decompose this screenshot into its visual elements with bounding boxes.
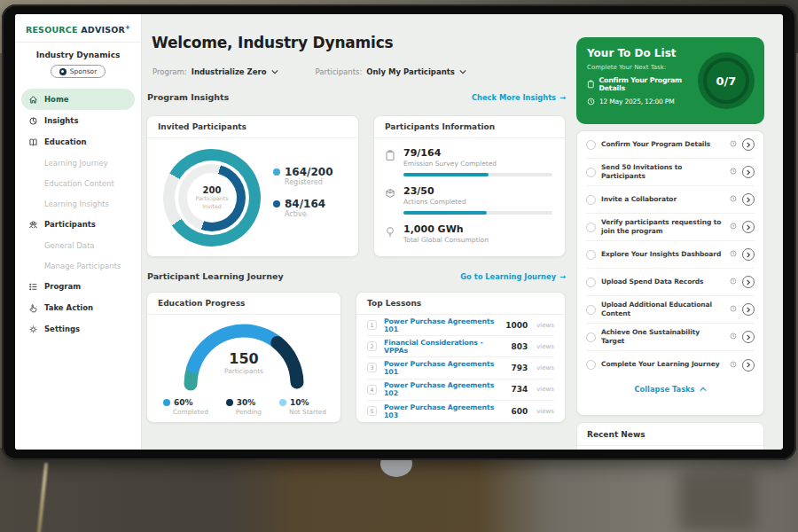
chevron-right-icon[interactable] (742, 331, 755, 343)
clock-icon (730, 195, 737, 202)
chevron-up-icon (700, 387, 707, 392)
chevron-right-icon[interactable] (742, 193, 755, 206)
home-icon (28, 95, 38, 105)
sidebar-item-take-action[interactable]: Take Action (21, 297, 135, 318)
clock-icon (730, 223, 737, 230)
actions-icon (385, 188, 395, 199)
sidebar-item-home[interactable]: Home (21, 89, 135, 110)
sidebar-item-manage-participants[interactable]: Manage Participants (21, 255, 135, 276)
arrow-right-icon: → (559, 93, 566, 102)
stat-consumption: 1,000 GWh Total Global Consumption (374, 215, 565, 244)
settings-icon (28, 325, 38, 334)
legend-completed: 60% Completed (163, 398, 208, 416)
due-date-row: 12 May 2025, 12:00 PM (587, 98, 704, 106)
sidebar-item-participants[interactable]: Participants (21, 214, 135, 235)
right-column: Your To Do List Complete Your Next Task:… (576, 14, 764, 450)
main-content: Welcome, Industry Dynamics Program: Indu… (146, 14, 566, 450)
chevron-right-icon[interactable] (742, 276, 755, 288)
check-more-insights-link[interactable]: Check More Insights → (472, 93, 566, 102)
clock-icon (587, 98, 595, 106)
chevron-right-icon[interactable] (742, 248, 755, 261)
task-checkbox[interactable] (586, 305, 596, 315)
chevron-right-icon[interactable] (742, 138, 755, 151)
survey-icon (385, 150, 395, 161)
section-title: Participant Learning Journey (147, 271, 284, 281)
task-row[interactable]: Confirm Your Program Details (586, 131, 755, 159)
insights-icon (28, 116, 38, 126)
collapse-tasks-link[interactable]: Collapse Tasks (586, 379, 755, 400)
lesson-link[interactable]: Power Purchase Agreements 103 (384, 403, 504, 419)
program-icon (28, 282, 38, 292)
donut-legend: 164/200 Registered 84/164 Active (273, 166, 332, 230)
lesson-link[interactable]: Power Purchase Agreements 101 (384, 317, 498, 333)
sidebar-item-education[interactable]: Education (21, 131, 135, 153)
todo-task-list: Confirm Your Program Details Send 50 Inv… (576, 130, 764, 416)
clock-icon (730, 361, 737, 368)
chevron-right-icon[interactable] (742, 303, 755, 316)
backdrop-shadow (678, 470, 758, 532)
clock-icon (730, 140, 737, 147)
invited-participants-card: Invited Participants 200 Participants In… (146, 115, 359, 257)
org-name: Industry Dynamics (15, 51, 141, 59)
chevron-down-icon (459, 69, 466, 74)
participants-icon (28, 220, 38, 230)
sidebar-item-education-content[interactable]: Education Content (21, 173, 135, 193)
task-row[interactable]: Upload Additional Educational Content (586, 296, 755, 324)
lesson-link[interactable]: Power Purchase Agreements 102 (384, 381, 504, 397)
clock-icon (730, 168, 737, 175)
lesson-link[interactable]: Power Purchase Agreements 101 (384, 360, 504, 376)
todo-summary-panel: Your To Do List Complete Your Next Task:… (576, 37, 764, 124)
take-action-icon (28, 303, 38, 313)
clipboard-icon (587, 80, 595, 89)
task-checkbox[interactable] (586, 195, 596, 205)
dashboard-screen: RESOURCE ADVISOR+ Industry Dynamics Spon… (15, 14, 783, 450)
task-checkbox[interactable] (586, 250, 596, 260)
clock-icon (730, 250, 737, 257)
active-dot-icon (273, 200, 280, 207)
participants-filter[interactable]: Participants: Only My Participants (316, 67, 466, 76)
program-insights-header: Program Insights Check More Insights → (147, 92, 566, 102)
task-checkbox[interactable] (586, 332, 596, 342)
stat-emission-survey: 79/164 Emission Survey Completed (374, 138, 565, 168)
task-row[interactable]: Explore Your Insights Dashboard (586, 241, 755, 269)
task-row[interactable]: Achieve One Sustainability Target (586, 324, 755, 351)
lesson-row: 1 Power Purchase Agreements 101 1000 vie… (367, 315, 554, 336)
sidebar-item-insights[interactable]: Insights (21, 110, 135, 131)
filters-row: Program: Industrialize Zero Participants… (153, 67, 466, 76)
go-to-learning-journey-link[interactable]: Go to Learning Journey → (460, 272, 566, 281)
education-gauge-chart: 150 Participants (177, 320, 310, 391)
education-progress-card: Education Progress 150 Participants 60% … (146, 292, 341, 423)
sidebar-item-learning-journey[interactable]: Learning Journey (21, 153, 135, 173)
chevron-right-icon[interactable] (742, 166, 755, 178)
task-checkbox[interactable] (586, 168, 596, 177)
sidebar-item-general-data[interactable]: General Data (21, 235, 135, 255)
chevron-right-icon[interactable] (742, 359, 755, 372)
next-task-row: Confirm Your Program Details (587, 76, 704, 92)
task-checkbox[interactable] (586, 223, 596, 232)
task-checkbox[interactable] (586, 278, 596, 287)
sidebar-item-settings[interactable]: Settings (21, 318, 135, 340)
section-title: Program Insights (147, 92, 229, 102)
lesson-row: 2 Financial Considerations - VPPAs 803 v… (367, 336, 554, 357)
task-row[interactable]: Send 50 Invitations to Participants (586, 159, 755, 186)
recent-news-card: Recent News (576, 422, 764, 450)
chevron-right-icon[interactable] (742, 221, 755, 233)
stat-actions: 23/50 Actions Completed (374, 176, 565, 206)
lesson-link[interactable]: Financial Considerations - VPPAs (384, 339, 504, 355)
gauge-legend: 60% Completed 30% Pending 10% Not Starte… (147, 391, 340, 416)
task-checkbox[interactable] (586, 140, 596, 150)
task-checkbox[interactable] (586, 360, 596, 370)
education-icon (28, 137, 38, 147)
task-row[interactable]: Invite a Collaborator (586, 186, 755, 214)
completed-dot-icon (163, 399, 170, 406)
sidebar-item-learning-insights[interactable]: Learning Insights (21, 193, 135, 214)
program-filter[interactable]: Program: Industrialize Zero (153, 67, 278, 76)
lesson-row: 5 Power Purchase Agreements 103 600 view… (367, 401, 554, 422)
task-row[interactable]: Complete Your Learning Journey (586, 351, 755, 379)
pending-dot-icon (226, 399, 233, 406)
sponsor-badge[interactable]: Sponsor (51, 65, 106, 78)
resource-advisor-logo: RESOURCE ADVISOR+ (15, 14, 141, 43)
task-row[interactable]: Verify participants requesting to join t… (586, 214, 755, 241)
task-row[interactable]: Upload Spend Data Records (586, 269, 755, 296)
sidebar-item-program[interactable]: Program (21, 276, 135, 297)
